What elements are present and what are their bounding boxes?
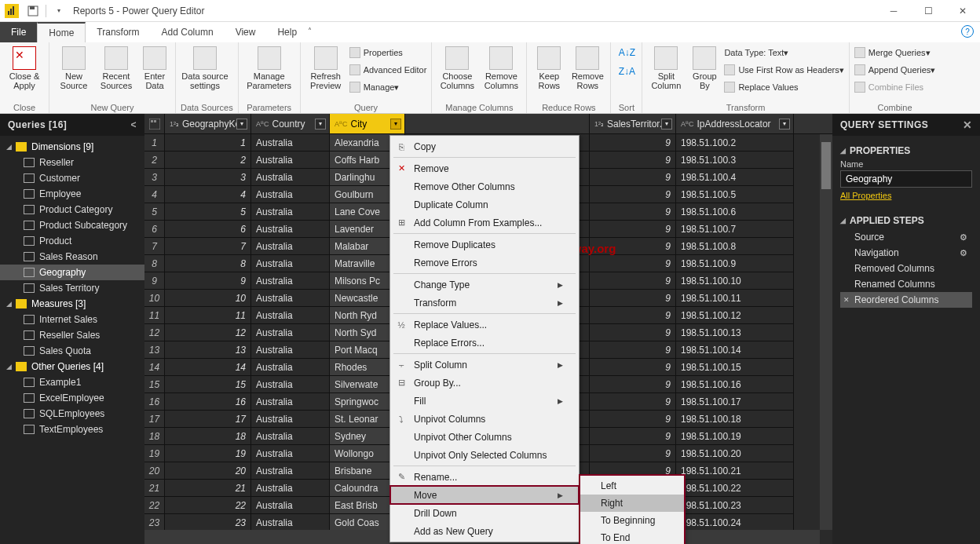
tree-item[interactable]: ExcelEmployee	[0, 390, 144, 406]
cell[interactable]: 9	[590, 221, 676, 238]
cell[interactable]: 8	[165, 255, 251, 272]
cell[interactable]: Australia	[251, 186, 330, 203]
menu-rename[interactable]: ✎Rename...	[390, 468, 579, 486]
tree-item[interactable]: Product	[0, 233, 144, 249]
tab-view[interactable]: View	[225, 22, 267, 42]
cell[interactable]: 13	[165, 341, 251, 359]
cell[interactable]: 9	[590, 307, 676, 324]
gear-icon[interactable]: ⚙	[960, 248, 967, 258]
cell[interactable]: 9	[590, 324, 676, 341]
cell[interactable]: Australia	[251, 272, 330, 290]
cell[interactable]: 9	[590, 359, 676, 376]
cell[interactable]: 198.51.100.16	[676, 376, 794, 393]
tree-item[interactable]: Geography	[0, 265, 144, 280]
cell[interactable]: 9	[590, 134, 676, 152]
cell[interactable]: 9	[590, 169, 676, 186]
sort-asc-button[interactable]: A↓Z	[616, 45, 638, 60]
cell[interactable]: 18	[165, 428, 251, 445]
new-source-button[interactable]: New Source	[54, 45, 93, 90]
cell[interactable]: 16	[165, 393, 251, 411]
cell[interactable]: 198.51.100.13	[676, 324, 794, 341]
cell[interactable]: 7	[165, 238, 251, 255]
cell[interactable]: Australia	[251, 445, 330, 462]
cell[interactable]: 198.51.100.15	[676, 359, 794, 376]
tree-item[interactable]: Sales Quota	[0, 343, 144, 359]
cell[interactable]: Australia	[251, 152, 330, 169]
tree-item[interactable]: Sales Territory	[0, 280, 144, 296]
cell[interactable]: Australia	[251, 462, 330, 480]
cell[interactable]: 198.51.100.7	[676, 221, 794, 238]
filter-icon[interactable]: ▾	[236, 119, 247, 130]
cell[interactable]: Australia	[251, 393, 330, 411]
cell[interactable]: 198.51.100.2	[676, 134, 794, 152]
cell[interactable]: 198.51.100.10	[676, 272, 794, 290]
cell[interactable]: 198.51.100.9	[676, 255, 794, 272]
close-window-button[interactable]: ✕	[945, 0, 980, 22]
close-apply-button[interactable]: ✕ Close & Apply	[5, 45, 44, 90]
applied-step[interactable]: Navigation⚙	[840, 245, 972, 261]
cell[interactable]: Australia	[251, 290, 330, 307]
cell[interactable]: 22	[165, 497, 251, 514]
cell[interactable]: 9	[590, 393, 676, 411]
cell[interactable]: 198.51.100.23	[676, 497, 794, 514]
filter-icon[interactable]: ▾	[315, 119, 326, 130]
cell[interactable]: 23	[165, 514, 251, 531]
cell[interactable]: Australia	[251, 255, 330, 272]
applied-step[interactable]: Reordered Columns	[840, 292, 972, 308]
first-row-headers-button[interactable]: Use First Row as Headers ▾	[724, 62, 843, 78]
menu-unpivot-selected[interactable]: Unpivot Only Selected Columns	[390, 446, 579, 464]
tab-transform[interactable]: Transform	[86, 22, 150, 42]
menu-remove-errors[interactable]: Remove Errors	[390, 254, 579, 272]
cell[interactable]: Australia	[251, 324, 330, 341]
tree-item[interactable]: Product Category	[0, 202, 144, 217]
cell[interactable]: Australia	[251, 514, 330, 531]
cell[interactable]: Australia	[251, 221, 330, 238]
cell[interactable]: 198.51.100.12	[676, 307, 794, 324]
cell[interactable]: Australia	[251, 307, 330, 324]
tree-group[interactable]: ◢Other Queries [4]	[0, 359, 144, 374]
sort-desc-button[interactable]: Z↓A	[616, 64, 638, 79]
filter-icon[interactable]: ▾	[390, 119, 401, 130]
cell[interactable]: 198.51.100.19	[676, 428, 794, 445]
cell[interactable]: 9	[590, 411, 676, 428]
tree-item[interactable]: Example1	[0, 374, 144, 390]
cell[interactable]: 4	[165, 186, 251, 203]
queries-collapse-icon[interactable]: <	[130, 119, 137, 130]
cell[interactable]: 15	[165, 376, 251, 393]
enter-data-button[interactable]: Enter Data	[139, 45, 170, 90]
keep-rows-button[interactable]: Keep Rows	[532, 45, 566, 90]
merge-queries-button[interactable]: Merge Queries ▾	[854, 45, 936, 60]
menu-unpivot-columns[interactable]: ⤵Unpivot Columns	[390, 410, 579, 428]
tab-add-column[interactable]: Add Column	[151, 22, 225, 42]
cell[interactable]: 9	[590, 290, 676, 307]
minimize-button[interactable]: ─	[876, 0, 911, 22]
column-header[interactable]: 1²₃SalesTerritor...▾	[590, 114, 676, 133]
cell[interactable]: 198.51.100.6	[676, 203, 794, 221]
cell[interactable]: 198.51.100.14	[676, 341, 794, 359]
cell[interactable]: 6	[165, 221, 251, 238]
manage-parameters-button[interactable]: Manage Parameters	[243, 45, 295, 90]
column-header[interactable]: AᴮCCity▾	[330, 114, 405, 133]
scrollbar-thumb[interactable]	[821, 142, 831, 189]
all-properties-link[interactable]: All Properties	[840, 191, 891, 200]
maximize-button[interactable]: ☐	[911, 0, 945, 22]
filter-icon[interactable]: ▾	[779, 119, 790, 130]
menu-transform[interactable]: Transform▶	[390, 294, 579, 312]
tree-item[interactable]: Employee	[0, 186, 144, 202]
cell[interactable]: 198.51.100.5	[676, 186, 794, 203]
query-name-input[interactable]	[840, 170, 972, 188]
append-queries-button[interactable]: Append Queries ▾	[854, 62, 936, 78]
tree-item[interactable]: Customer	[0, 170, 144, 186]
manage-button[interactable]: Manage ▾	[349, 79, 427, 95]
cell[interactable]: Australia	[251, 428, 330, 445]
column-header[interactable]: 1²₃GeographyKey▾	[165, 114, 251, 133]
menu-copy[interactable]: ⎘Copy	[390, 137, 579, 155]
recent-sources-button[interactable]: Recent Sources	[97, 45, 136, 90]
cell[interactable]: 9	[590, 272, 676, 290]
save-icon[interactable]	[25, 3, 41, 19]
cell[interactable]: 12	[165, 324, 251, 341]
tree-item[interactable]: Product Subcategory	[0, 217, 144, 233]
cell[interactable]: 198.51.100.3	[676, 152, 794, 169]
cell[interactable]: 198.51.100.18	[676, 411, 794, 428]
cell[interactable]: Australia	[251, 134, 330, 152]
